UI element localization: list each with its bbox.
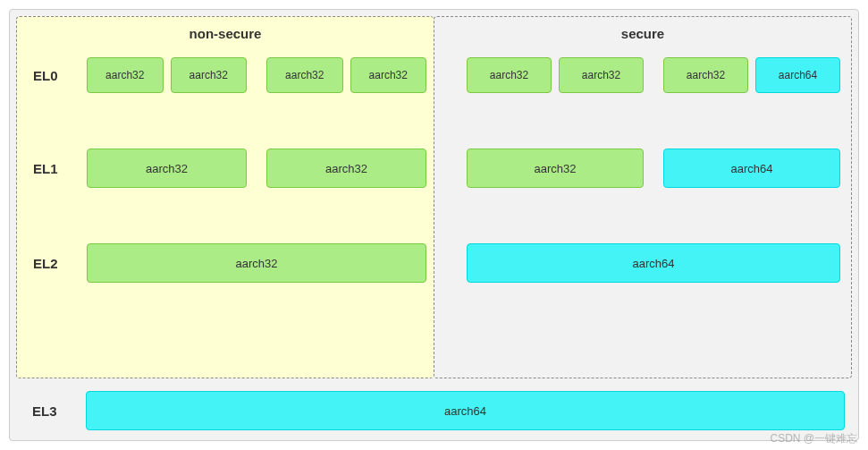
el0-ns-box: aarch32 bbox=[87, 57, 164, 93]
el1-ns-box: aarch32 bbox=[87, 149, 247, 188]
el0-ns-box: aarch32 bbox=[171, 57, 248, 93]
el2-ns-cells: aarch32 bbox=[87, 243, 426, 283]
el3-box: aarch64 bbox=[86, 391, 845, 430]
row-el0-sec: aarch32 aarch32 aarch32 aarch64 bbox=[467, 57, 840, 93]
label-el0: EL0 bbox=[24, 68, 87, 83]
secure-panel: secure aarch32 aarch32 aarch32 aarch64 bbox=[434, 16, 852, 378]
el1-ns-box: aarch32 bbox=[266, 149, 426, 188]
el2-ns-box: aarch32 bbox=[87, 243, 426, 283]
el0-sec-cells: aarch32 aarch32 aarch32 aarch64 bbox=[467, 57, 840, 93]
row-el2-ns: EL2 aarch32 bbox=[24, 243, 426, 283]
el0-ns-box: aarch32 bbox=[350, 57, 427, 93]
row-el0-ns: EL0 aarch32 aarch32 aarch32 aarch32 bbox=[24, 57, 426, 93]
el0-sec-box: aarch32 bbox=[467, 57, 552, 93]
el2-sec-box: aarch64 bbox=[467, 243, 840, 283]
diagram-container: non-secure EL0 aarch32 aarch32 aarch32 a… bbox=[9, 9, 859, 441]
row-el3: EL3 aarch64 bbox=[16, 391, 852, 430]
row-el1-ns: EL1 aarch32 aarch32 bbox=[24, 149, 426, 188]
secure-title: secure bbox=[442, 26, 844, 41]
top-panels: non-secure EL0 aarch32 aarch32 aarch32 a… bbox=[16, 16, 852, 378]
el3-cells: aarch64 bbox=[86, 391, 845, 430]
el1-sec-cells: aarch32 aarch64 bbox=[467, 149, 840, 188]
row-el1-sec: aarch32 aarch64 bbox=[467, 149, 840, 188]
el1-sec-box: aarch32 bbox=[467, 149, 644, 188]
el0-sec-box: aarch64 bbox=[755, 57, 840, 93]
label-el1: EL1 bbox=[24, 161, 87, 176]
el0-sec-box: aarch32 bbox=[663, 57, 748, 93]
el0-ns-cells: aarch32 aarch32 aarch32 aarch32 bbox=[87, 57, 426, 93]
label-el3: EL3 bbox=[23, 403, 86, 419]
el2-sec-cells: aarch64 bbox=[467, 243, 840, 283]
non-secure-title: non-secure bbox=[24, 26, 426, 41]
label-el2: EL2 bbox=[24, 256, 87, 271]
watermark-text: CSDN @一键难忘 bbox=[770, 431, 857, 446]
el1-sec-box: aarch64 bbox=[663, 149, 840, 188]
non-secure-panel: non-secure EL0 aarch32 aarch32 aarch32 a… bbox=[16, 16, 434, 378]
el0-ns-box: aarch32 bbox=[266, 57, 343, 93]
row-el2-sec: aarch64 bbox=[467, 243, 840, 283]
el0-sec-box: aarch32 bbox=[559, 57, 644, 93]
el1-ns-cells: aarch32 aarch32 bbox=[87, 149, 426, 188]
